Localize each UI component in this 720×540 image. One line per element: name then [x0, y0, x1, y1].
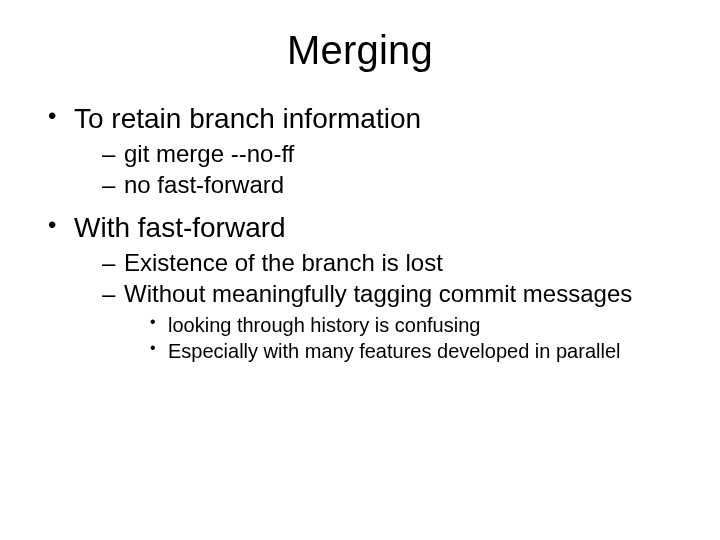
bullet-item: To retain branch information git merge -… [48, 101, 680, 200]
bullet-list: To retain branch information git merge -… [40, 101, 680, 364]
bullet-item: With fast-forward Existence of the branc… [48, 210, 680, 363]
subsub-text: Especially with many features developed … [168, 340, 620, 362]
bullet-text: To retain branch information [74, 103, 421, 134]
sub-text: no fast-forward [124, 171, 284, 198]
sub-list: git merge --no-ff no fast-forward [74, 139, 680, 200]
sub-text: git merge --no-ff [124, 140, 294, 167]
sub-item: no fast-forward [102, 170, 680, 201]
sub-list: Existence of the branch is lost Without … [74, 248, 680, 363]
sub-text: Existence of the branch is lost [124, 249, 443, 276]
subsub-list: looking through history is confusing Esp… [124, 312, 680, 364]
subsub-item: Especially with many features developed … [150, 338, 680, 364]
slide: Merging To retain branch information git… [0, 0, 720, 540]
subsub-item: looking through history is confusing [150, 312, 680, 338]
subsub-text: looking through history is confusing [168, 314, 480, 336]
slide-title: Merging [40, 28, 680, 73]
bullet-text: With fast-forward [74, 212, 286, 243]
sub-item: Without meaningfully tagging commit mess… [102, 279, 680, 364]
sub-item: git merge --no-ff [102, 139, 680, 170]
sub-item: Existence of the branch is lost [102, 248, 680, 279]
sub-text: Without meaningfully tagging commit mess… [124, 280, 632, 307]
